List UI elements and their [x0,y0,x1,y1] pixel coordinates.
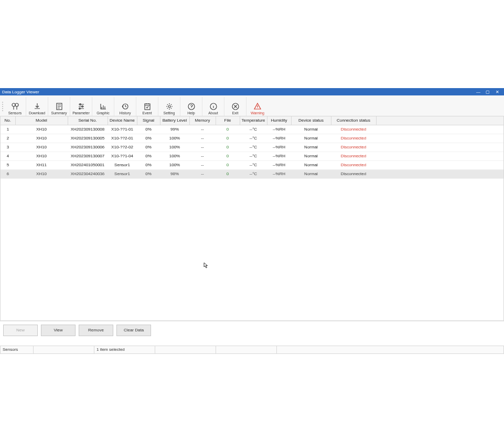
toolbar-label: Help [187,111,195,115]
cell-humid: --%RH [267,134,291,143]
toolbar-label: Graphic [96,111,110,115]
download-icon [33,102,41,111]
download-toolbar-button[interactable]: Download [26,97,48,116]
view-button[interactable]: View [41,325,76,336]
cell-file: 0 [216,169,240,178]
maximize-button[interactable]: ▢ [483,90,492,94]
cell-status: Normal [291,169,331,178]
column-header[interactable]: File [216,116,240,125]
svg-rect-7 [145,104,150,110]
cell-conn: Disconnected [331,125,376,134]
cell-conn: Disconnected [331,143,376,152]
cell-conn: Disconnected [331,152,376,160]
table-row[interactable]: 3XH10XH202309130006X10-??2-020%100%--0--… [1,143,503,152]
sensors-icon [11,102,19,111]
column-header[interactable]: Device Name [108,116,137,125]
column-header[interactable]: Model [15,116,68,125]
cell-battery: 98% [160,169,189,178]
cell-temp: --°C [240,160,267,169]
cell-model: XH10 [15,152,68,160]
cell-no: 5 [1,160,15,169]
cell-model: XH10 [15,125,68,134]
cell-humid: --%RH [267,125,291,134]
cell-status: Normal [291,125,331,134]
cell-serial: XH202309130006 [68,143,108,152]
cell-status: Normal [291,160,331,169]
column-header[interactable]: No. [1,116,15,125]
minimize-button[interactable]: — [474,90,483,94]
title-bar: Data Logger Viewer — ▢ ✕ [0,88,504,95]
summary-toolbar-button[interactable]: Summary [48,97,70,116]
table-row[interactable]: 2XH10XH202309130005X10-??2-010%100%--0--… [1,134,503,143]
cell-model: XH10 [15,134,68,143]
toolbar-label: History [120,111,131,115]
cell-conn: Disconnected [331,134,376,143]
cell-model: XH10 [15,143,68,152]
cell-file: 0 [216,125,240,134]
table-row[interactable]: 1XH10XH202309130008X10-??1-010%99%--0--°… [1,125,503,134]
cell-serial: XH202309130008 [68,125,108,134]
grid-empty-area[interactable] [1,179,503,320]
help-icon [187,102,196,111]
toolbar-label: Event [143,111,152,115]
about-toolbar-button[interactable]: About [202,97,224,116]
graphic-icon [99,102,108,111]
cell-status: Normal [291,143,331,152]
toolbar-label: Sensors [8,111,22,115]
sensor-grid: No.ModelSerial No.Device NameSignalBatte… [0,116,504,321]
cell-signal: 0% [137,169,160,178]
exit-toolbar-button[interactable]: Exit [224,97,246,116]
close-button[interactable]: ✕ [492,90,502,94]
svg-point-1 [15,103,18,106]
toolbar-label: Parameter [72,111,90,115]
cell-signal: 0% [137,152,160,160]
column-header[interactable]: Temperature [240,116,267,125]
table-row[interactable]: 6XH10XH202304240036Sensor10%98%--0--°C--… [1,169,503,178]
status-empty-4 [277,346,504,354]
column-header[interactable]: Connection status [331,116,376,125]
cell-no: 1 [1,125,15,134]
cell-model: XH11 [15,160,68,169]
help-toolbar-button[interactable]: Help [180,97,202,116]
toolbar-label: About [208,111,218,115]
table-header-row: No.ModelSerial No.Device NameSignalBatte… [1,116,503,125]
warning-toolbar-button[interactable]: Warning [246,97,269,116]
cell-humid: --%RH [267,152,291,160]
table-row[interactable]: 5XH11XH202401050001Sensor10%100%--0--°C-… [1,160,503,169]
event-icon [143,102,152,111]
event-toolbar-button[interactable]: Event [136,97,158,116]
toolbar: SensorsDownloadSummaryParameterGraphicHi… [0,95,504,116]
toolbar-label: Exit [232,111,239,115]
column-header[interactable]: Battery Level [160,116,189,125]
parameter-toolbar-button[interactable]: Parameter [70,97,92,116]
cell-memory: -- [189,160,216,169]
sensors-toolbar-button[interactable]: Sensors [4,97,26,116]
status-empty-1 [34,346,94,354]
exit-icon [231,102,240,111]
graphic-toolbar-button[interactable]: Graphic [92,97,114,116]
cell-conn: Disconnected [331,169,376,178]
cell-temp: --°C [240,169,267,178]
cell-signal: 0% [137,134,160,143]
toolbar-label: Download [29,111,45,115]
column-header[interactable]: Memory [189,116,216,125]
cell-humid: --%RH [267,143,291,152]
column-header[interactable]: Signal [137,116,160,125]
cell-status: Normal [291,152,331,160]
history-toolbar-button[interactable]: History [114,97,136,116]
table-row[interactable]: 4XH10XH202309130007X10-??1-040%100%--0--… [1,152,503,160]
column-header[interactable]: Humidity [267,116,291,125]
column-header[interactable]: Device status [291,116,331,125]
remove-button[interactable]: Remove [79,325,113,336]
cell-temp: --°C [240,152,267,160]
cell-file: 0 [216,152,240,160]
cell-model: XH10 [15,169,68,178]
cell-memory: -- [189,143,216,152]
toolbar-label: Setting [164,111,175,115]
column-header[interactable]: Serial No. [68,116,108,125]
clear-data-button[interactable]: Clear Data [116,325,151,336]
cell-battery: 100% [160,160,189,169]
cell-memory: -- [189,125,216,134]
cell-battery: 100% [160,143,189,152]
setting-toolbar-button[interactable]: Setting [158,97,180,116]
